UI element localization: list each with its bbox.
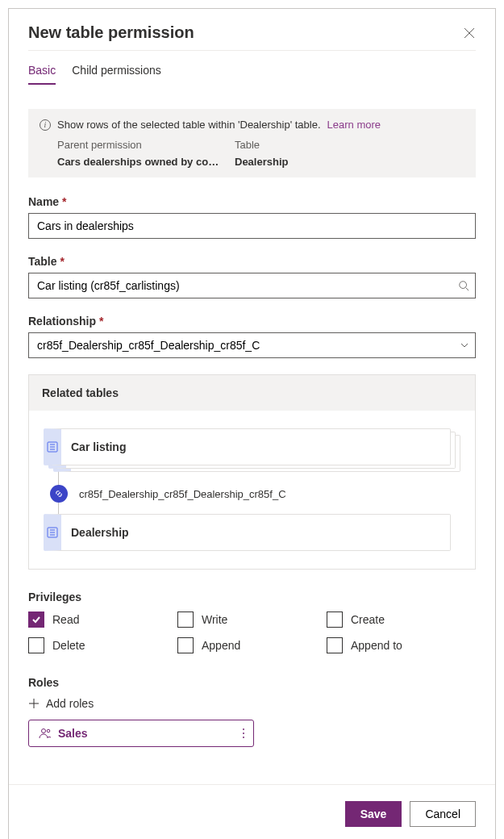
info-box: i Show rows of the selected table within… [28, 109, 476, 177]
checkbox-label: Read [52, 613, 79, 626]
checkbox-delete[interactable]: Delete [28, 637, 177, 653]
add-roles-button[interactable]: Add roles [28, 697, 476, 710]
checkbox-label: Write [202, 613, 227, 626]
name-input[interactable] [28, 213, 476, 239]
field-relationship: Relationship * [28, 315, 476, 358]
learn-more-link[interactable]: Learn more [327, 119, 381, 131]
role-name: Sales [58, 727, 88, 740]
close-icon [464, 27, 475, 39]
relationship-link-row: cr85f_Dealership_cr85f_Dealership_cr85f_… [44, 478, 460, 514]
relationship-link-text: cr85f_Dealership_cr85f_Dealership_cr85f_… [79, 488, 286, 500]
related-card-dealership: Dealership [44, 514, 451, 551]
cancel-button[interactable]: Cancel [410, 801, 476, 827]
roles-label: Roles [28, 676, 476, 689]
related-tables-header: Related tables [29, 375, 475, 411]
svg-point-18 [243, 737, 244, 738]
footer: Save Cancel [9, 784, 495, 839]
people-icon [39, 727, 52, 740]
related-tables-body: Car listing cr85f_Dealership_cr85f_Deale… [29, 411, 475, 569]
close-button[interactable] [463, 27, 476, 40]
privileges-grid: Read Write Create Delete Append Append t… [28, 612, 476, 653]
table-icon [47, 527, 58, 538]
field-table: Table * [28, 255, 476, 298]
checkbox-label: Append [202, 639, 240, 652]
related-card-car-listing: Car listing [44, 428, 460, 469]
tab-basic[interactable]: Basic [28, 64, 56, 85]
panel: New table permission Basic Child permiss… [8, 8, 496, 839]
checkbox-label: Append to [351, 639, 402, 652]
table-label: Table * [28, 255, 476, 268]
checkbox-write[interactable]: Write [177, 612, 327, 628]
plus-icon [28, 698, 40, 709]
add-roles-text: Add roles [46, 697, 94, 710]
related-card-bottom-text: Dealership [61, 526, 129, 539]
content: i Show rows of the selected table within… [9, 85, 495, 760]
link-icon [50, 485, 68, 503]
table-icon [47, 441, 58, 453]
required-star: * [99, 315, 103, 328]
parent-permission-label: Parent permission [57, 139, 235, 151]
relationship-label-text: Relationship [28, 315, 96, 328]
parent-permission-value: Cars dealerships owned by compa… [57, 156, 227, 168]
required-star: * [62, 195, 66, 208]
privileges-label: Privileges [28, 591, 476, 603]
panel-header: New table permission [9, 9, 495, 50]
svg-point-14 [42, 729, 46, 733]
checkbox-append-to[interactable]: Append to [327, 637, 476, 653]
panel-title: New table permission [28, 23, 194, 42]
svg-point-16 [243, 728, 244, 730]
name-label: Name * [28, 195, 476, 208]
required-star: * [60, 255, 64, 268]
checkbox-label: Delete [52, 639, 85, 652]
check-icon [28, 637, 44, 653]
role-pill-sales[interactable]: Sales [28, 720, 254, 747]
checkbox-create[interactable]: Create [327, 612, 476, 628]
svg-point-17 [243, 733, 244, 734]
save-button[interactable]: Save [345, 801, 402, 827]
info-table-label: Table [235, 139, 464, 151]
table-label-text: Table [28, 255, 57, 268]
related-card-top-text: Car listing [61, 440, 126, 453]
relationship-label: Relationship * [28, 315, 476, 328]
checkbox-append[interactable]: Append [177, 637, 327, 653]
tabs: Basic Child permissions [9, 51, 495, 85]
checkbox-read[interactable]: Read [28, 612, 177, 628]
info-text-row: i Show rows of the selected table within… [40, 119, 464, 131]
tab-child-permissions[interactable]: Child permissions [72, 64, 160, 85]
more-icon[interactable] [242, 728, 245, 739]
info-icon: i [40, 119, 51, 131]
checkbox-label: Create [351, 613, 385, 626]
svg-point-15 [47, 729, 50, 733]
check-icon [177, 612, 194, 628]
table-input[interactable] [28, 273, 476, 298]
field-name: Name * [28, 195, 476, 239]
info-grid: Parent permission Cars dealerships owned… [40, 139, 464, 168]
relationship-select[interactable] [28, 332, 476, 358]
check-icon [327, 637, 343, 653]
check-icon [28, 612, 44, 628]
check-icon [177, 637, 194, 653]
name-label-text: Name [28, 195, 59, 208]
check-icon [327, 612, 343, 628]
related-tables-box: Related tables Car listing [28, 374, 476, 570]
info-table-value: Dealership [235, 156, 404, 168]
info-text: Show rows of the selected table within '… [57, 119, 321, 131]
